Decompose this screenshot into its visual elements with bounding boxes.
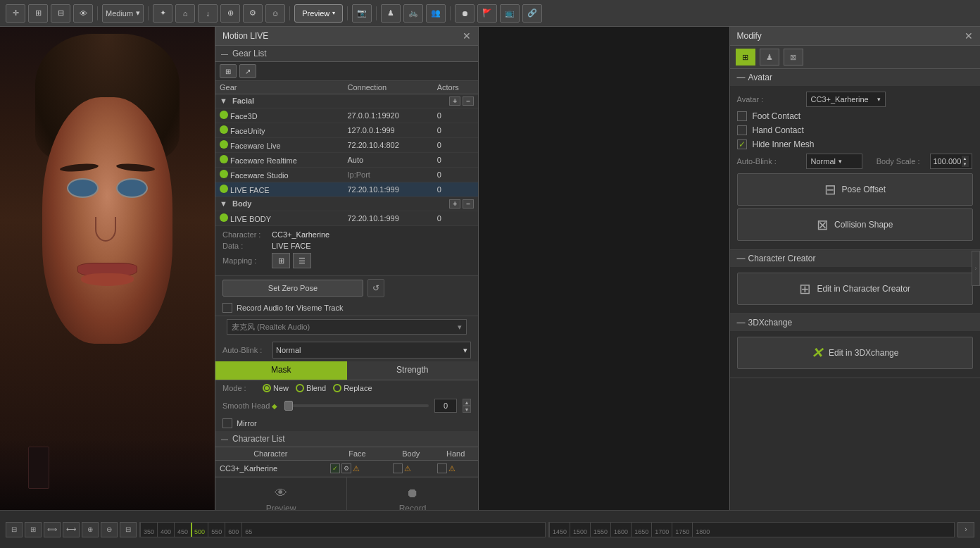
timeline-ruler-right[interactable]: 1450 1500 1550 1600 1650 1700 1750 1800 — [548, 522, 955, 537]
mode-replace[interactable]: Replace — [333, 384, 372, 392]
gear-row-face3d[interactable]: Face3D 27.0.0.1:19920 0 — [215, 108, 478, 123]
edit-dxchange-btn[interactable]: ✕ Edit in 3DXchange — [737, 337, 974, 369]
gear-row-faceware-live[interactable]: Faceware Live 72.20.10.4:802 0 — [215, 138, 478, 153]
toolbar-btn-2[interactable]: ⊞ — [28, 4, 48, 23]
pose-offset-btn[interactable]: ⊟ Pose Offset — [737, 173, 974, 206]
toolbar-camera-btn[interactable]: 📷 — [352, 4, 372, 23]
facial-toggle[interactable]: ▼ — [220, 96, 227, 105]
body-remove[interactable]: − — [463, 199, 474, 208]
mode-blend[interactable]: Blend — [296, 384, 326, 392]
gear-export-btn[interactable]: ↗ — [239, 64, 256, 78]
body-scale-input[interactable]: 100.000 ▲ ▼ — [930, 154, 972, 169]
toolbar-down-btn[interactable]: ↓ — [198, 4, 218, 23]
gear-row-faceunity[interactable]: FaceUnity 127.0.0.1:999 0 — [215, 123, 478, 138]
avatar-collapse[interactable]: — — [737, 73, 746, 82]
tl-btn-7[interactable]: ⊟ — [120, 522, 137, 537]
toolbar-eye-btn[interactable]: 👁 — [73, 4, 93, 23]
gear-row-live-face[interactable]: LIVE FACE 72.20.10.1:999 0 — [215, 182, 478, 197]
record-btn[interactable]: ⏺ Record — [347, 478, 478, 510]
char-label: Character : — [222, 230, 272, 239]
record-audio-checkbox[interactable] — [222, 303, 232, 313]
face-check[interactable]: ✓ — [330, 463, 340, 473]
tl-btn-6[interactable]: ⊖ — [101, 522, 118, 537]
toolbar-flag-btn[interactable]: 🚩 — [477, 4, 497, 23]
toolbar-bike-btn[interactable]: 🚲 — [403, 4, 423, 23]
toolbar-sun-btn[interactable]: ✦ — [153, 4, 172, 23]
viseme-dropdown[interactable]: 麦克风 (Realtek Audio) ▾ — [227, 319, 467, 335]
gear-add-btn[interactable]: ⊞ — [220, 64, 237, 78]
gear-row-faceware-realtime[interactable]: Faceware Realtime Auto 0 — [215, 153, 478, 168]
smooth-up[interactable]: ▲ — [463, 399, 471, 406]
tl-right-btn[interactable]: › — [957, 522, 974, 537]
strength-tab[interactable]: Strength — [347, 361, 479, 380]
preview-btn[interactable]: 👁 Preview — [215, 478, 347, 510]
body-check[interactable] — [393, 463, 403, 473]
tl-btn-4[interactable]: ⟷ — [63, 522, 80, 537]
gear-row-livebody[interactable]: LIVE BODY 72.20.10.1:999 0 — [215, 211, 478, 226]
char-list-row[interactable]: CC3+_Karherine ✓ ⚙ ⚠ ⚠ — [215, 461, 478, 477]
collision-shape-btn[interactable]: ⊠ Collision Shape — [737, 208, 974, 241]
hand-check[interactable] — [437, 463, 447, 473]
toolbar-screen-btn[interactable]: 📺 — [500, 4, 520, 23]
modify-tab-person[interactable]: ♟ — [760, 49, 779, 66]
tl-btn-2[interactable]: ⊞ — [25, 522, 42, 537]
smooth-slider[interactable] — [284, 404, 429, 407]
hide-inner-mesh-checkbox[interactable]: ✓ — [737, 139, 747, 149]
modify-close[interactable]: ✕ — [965, 30, 973, 42]
modify-tab-filter[interactable]: ⊞ — [736, 49, 755, 66]
smooth-value[interactable]: 0 — [434, 399, 457, 413]
motion-live-scroll[interactable]: — Gear List ⊞ ↗ Gear Connection Actors — [215, 46, 478, 510]
reset-pose-btn[interactable]: ↺ — [367, 279, 384, 297]
gear-group-body[interactable]: ▼ Body + − — [215, 197, 478, 211]
sep6 — [450, 6, 451, 20]
body-scale-down[interactable]: ▼ — [962, 161, 969, 167]
medium-dropdown[interactable]: Medium ▾ — [102, 4, 144, 23]
toolbar-group-btn[interactable]: 👥 — [426, 4, 446, 23]
toolbar-person-btn[interactable]: ♟ — [381, 4, 401, 23]
toolbar-select-btn[interactable]: ✛ — [6, 4, 25, 23]
body-toggle[interactable]: ▼ — [220, 199, 227, 208]
facial-remove[interactable]: − — [463, 96, 474, 106]
timeline-ruler-left[interactable]: 350 400 450 500 550 600 65 — [139, 522, 546, 537]
facial-add[interactable]: + — [449, 96, 460, 106]
set-zero-pose-btn[interactable]: Set Zero Pose — [222, 280, 363, 297]
char-list-section-header: — Character List — [215, 431, 478, 447]
auto-blink-dropdown[interactable]: Normal ▾ — [272, 342, 471, 359]
char-list-collapse[interactable]: — — [221, 435, 228, 443]
avatar-dropdown[interactable]: CC3+_Karherine ▾ — [806, 92, 886, 107]
foot-contact-checkbox[interactable] — [737, 111, 747, 121]
auto-blink-modify-dropdown[interactable]: Normal ▾ — [806, 154, 862, 169]
mask-tab[interactable]: Mask — [215, 361, 347, 380]
toolbar-smile-btn[interactable]: ☺ — [265, 4, 285, 23]
toolbar-btn-3[interactable]: ⊟ — [51, 4, 70, 23]
preview-dropdown-btn[interactable]: Preview ▾ — [294, 4, 343, 23]
toolbar-link-btn[interactable]: 🔗 — [522, 4, 542, 23]
char-creator-collapse[interactable]: — — [737, 254, 746, 263]
body-add[interactable]: + — [449, 199, 460, 208]
toolbar-record-btn[interactable]: ⏺ — [455, 4, 475, 23]
body-scale-up[interactable]: ▲ — [962, 156, 969, 161]
smooth-thumb[interactable] — [284, 401, 293, 411]
tl-btn-5[interactable]: ⊕ — [82, 522, 99, 537]
dxchange-collapse[interactable]: — — [737, 318, 746, 328]
toolbar-cross-btn[interactable]: ⊕ — [220, 4, 240, 23]
gear-list-collapse[interactable]: — — [221, 50, 228, 58]
gear-group-facial[interactable]: ▼ Facial + − — [215, 94, 478, 108]
edit-char-creator-btn[interactable]: ⊞ Edit in Character Creator — [737, 273, 974, 305]
hand-contact-checkbox[interactable] — [737, 125, 747, 135]
gear-row-faceware-studio[interactable]: Faceware Studio Ip:Port 0 — [215, 168, 478, 182]
tl-btn-1[interactable]: ⊟ — [6, 522, 23, 537]
mapping-btn-2[interactable]: ☰ — [293, 253, 311, 268]
modify-scroll[interactable]: — Avatar Avatar : CC3+_Karherine ▾ — [730, 69, 981, 510]
right-panel-toggle[interactable]: › — [972, 251, 980, 286]
mode-new[interactable]: New — [263, 384, 289, 392]
mapping-btn-1[interactable]: ⊞ — [272, 253, 290, 268]
toolbar-gear-btn[interactable]: ⚙ — [243, 4, 263, 23]
motion-live-close[interactable]: ✕ — [463, 30, 471, 42]
face-setting[interactable]: ⚙ — [341, 463, 351, 473]
mirror-checkbox[interactable] — [222, 418, 232, 428]
modify-tab-checker[interactable]: ⊠ — [784, 49, 803, 66]
toolbar-move-btn[interactable]: ⌂ — [175, 4, 195, 23]
tl-btn-3[interactable]: ⟺ — [44, 522, 61, 537]
smooth-down[interactable]: ▼ — [463, 406, 471, 413]
